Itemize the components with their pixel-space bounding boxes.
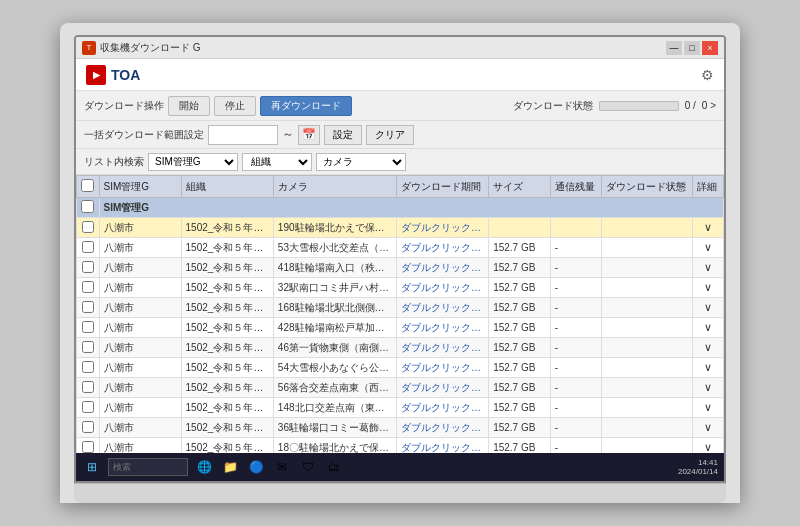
row-checkbox[interactable] [82,301,94,313]
cell-period[interactable]: ダブルクリックで設定 [396,438,488,454]
row-checkbox[interactable] [82,241,94,253]
cell-org: 1502_令和５年度クラウド型防... [181,298,273,318]
close-button[interactable]: × [702,41,718,55]
select-all-checkbox[interactable] [81,179,94,192]
row-checkbox[interactable] [82,221,94,233]
calendar-button[interactable]: 📅 [298,125,320,145]
table-row: 八潮市 1502_令和５年度クラウド型防... 56落合交差点南東（西側方...… [77,378,724,398]
row-checkbox[interactable] [82,401,94,413]
taskbar-mail-icon[interactable]: ✉ [272,457,292,477]
cell-detail[interactable]: ∨ [693,238,724,258]
table-row: 八潮市 1502_令和５年度クラウド型防... 53大雪根小北交差点（北東...… [77,238,724,258]
table-row: 八潮市 1502_令和５年度クラウド型防... 46第一貨物東側（南側方面） ダ… [77,338,724,358]
detail-chevron[interactable]: ∨ [704,301,712,313]
cell-group: 八潮市 [99,318,181,338]
row-checkbox[interactable] [82,441,94,453]
gear-icon[interactable]: ⚙ [701,67,714,83]
cell-group: 八潮市 [99,258,181,278]
row-checkbox[interactable] [82,341,94,353]
cell-org: 1502_令和５年度クラウド型防... [181,438,273,454]
cell-comm [550,218,601,238]
detail-chevron[interactable]: ∨ [704,381,712,393]
row-checkbox[interactable] [82,281,94,293]
row-checkbox[interactable] [82,261,94,273]
cell-size: 152.7 GB [489,338,551,358]
taskbar-shield-icon[interactable]: 🛡 [298,457,318,477]
taskbar-search-input[interactable] [108,458,188,476]
row-checkbox[interactable] [82,421,94,433]
cell-dl-status [601,318,692,338]
detail-chevron[interactable]: ∨ [704,281,712,293]
detail-chevron[interactable]: ∨ [704,261,712,273]
cell-period[interactable]: ダブルクリックで設定 [396,258,488,278]
detail-chevron[interactable]: ∨ [704,441,712,453]
redownload-button[interactable]: 再ダウンロード [260,96,352,116]
detail-chevron[interactable]: ∨ [704,321,712,333]
setting-button[interactable]: 設定 [324,125,362,145]
cell-detail[interactable]: ∨ [693,258,724,278]
detail-chevron[interactable]: ∨ [704,401,712,413]
taskbar-app-icon[interactable]: 🗂 [324,457,344,477]
row-checkbox[interactable] [82,321,94,333]
cell-period[interactable]: ダブルクリックで設定 [396,358,488,378]
table-area: SIM管理G 組織 カメラ ダウンロード期間 サイズ 通信残量 ダウンロード状態… [76,175,724,453]
maximize-button[interactable]: □ [684,41,700,55]
cell-dl-status [601,258,692,278]
cell-detail[interactable]: ∨ [693,358,724,378]
minimize-button[interactable]: — [666,41,682,55]
date-start-input[interactable] [208,125,278,145]
detail-chevron[interactable]: ∨ [704,241,712,253]
cell-period[interactable]: ダブルクリックで設定 [396,418,488,438]
col-header-comm: 通信残量 [550,176,601,198]
cell-detail[interactable]: ∨ [693,298,724,318]
cell-detail[interactable]: ∨ [693,398,724,418]
group-checkbox[interactable] [81,200,94,213]
clear-button[interactable]: クリア [366,125,414,145]
cell-detail[interactable]: ∨ [693,378,724,398]
cell-camera: 148北口交差点南（東側方向... [273,398,396,418]
row-checkbox[interactable] [82,361,94,373]
cell-org: 1502_令和５年度クラウド型防... [181,318,273,338]
cell-comm: - [550,258,601,278]
cell-camera: 428駐輪場南松戸草加線（り... [273,318,396,338]
sim-group-select[interactable]: SIM管理G [148,153,238,171]
detail-chevron[interactable]: ∨ [704,341,712,353]
cell-detail[interactable]: ∨ [693,338,724,358]
search-label: リスト内検索 [84,155,144,169]
cell-period[interactable]: ダブルクリックで設定 [396,238,488,258]
row-checkbox[interactable] [82,381,94,393]
cell-period[interactable]: ダブルクリックで設定 [396,298,488,318]
table-row: 八潮市 1502_令和５年度クラウド型防... 190駐輪場北かえで保育園側..… [77,218,724,238]
cell-detail[interactable]: ∨ [693,218,724,238]
taskbar-folder-icon[interactable]: 📁 [220,457,240,477]
cell-period[interactable]: ダブルクリックで設定 [396,398,488,418]
camera-select[interactable]: カメラ [316,153,406,171]
taskbar-browser-icon[interactable]: 🌐 [194,457,214,477]
group-header-cell: SIM管理G [99,198,723,218]
cell-group: 八潮市 [99,358,181,378]
cell-detail[interactable]: ∨ [693,318,724,338]
cell-period[interactable]: ダブルクリックで設定 [396,338,488,358]
cell-period[interactable]: ダブルクリックで設定 [396,218,488,238]
cell-comm: - [550,278,601,298]
org-select[interactable]: 組織 [242,153,312,171]
windows-icon[interactable]: ⊞ [82,457,102,477]
cell-period[interactable]: ダブルクリックで設定 [396,318,488,338]
cell-camera: 190駐輪場北かえで保育園側... [273,218,396,238]
detail-chevron[interactable]: ∨ [704,361,712,373]
taskbar-edge-icon[interactable]: 🔵 [246,457,266,477]
cell-detail[interactable]: ∨ [693,278,724,298]
logo-text: TOA [111,67,140,83]
cell-size: 152.7 GB [489,378,551,398]
col-header-checkbox [77,176,100,198]
cell-period[interactable]: ダブルクリックで設定 [396,278,488,298]
detail-chevron[interactable]: ∨ [704,421,712,433]
cell-detail[interactable]: ∨ [693,438,724,454]
detail-chevron[interactable]: ∨ [704,221,712,233]
start-button[interactable]: 開始 [168,96,210,116]
col-header-sim-group: SIM管理G [99,176,181,198]
stop-button[interactable]: 停止 [214,96,256,116]
toolbar-label: ダウンロード操作 [84,99,164,113]
cell-detail[interactable]: ∨ [693,418,724,438]
cell-period[interactable]: ダブルクリックで設定 [396,378,488,398]
